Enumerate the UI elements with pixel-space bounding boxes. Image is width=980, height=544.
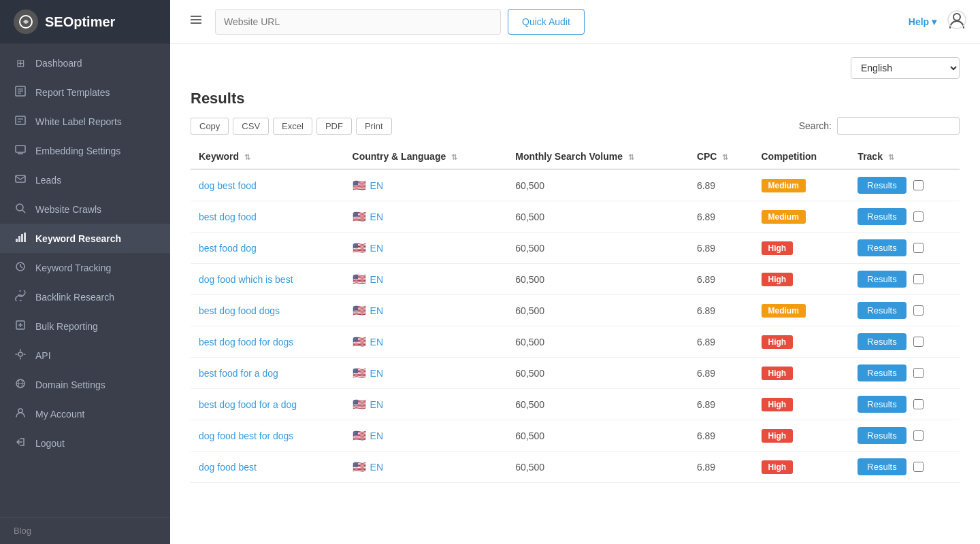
crawls-icon (14, 203, 27, 216)
results-button[interactable]: Results (858, 302, 906, 319)
col-competition[interactable]: Competition (753, 144, 850, 169)
results-button[interactable]: Results (858, 333, 906, 350)
cell-volume: 60,500 (507, 389, 689, 420)
cell-cpc: 6.89 (689, 452, 753, 483)
col-monthly-search-volume[interactable]: Monthly Search Volume ⇅ (507, 144, 689, 169)
search-input[interactable] (837, 117, 960, 135)
track-checkbox[interactable] (913, 211, 924, 222)
cell-keyword: dog food best (191, 452, 344, 483)
cell-volume: 60,500 (507, 452, 689, 483)
dashboard-icon: ⊞ (14, 57, 27, 69)
col-track[interactable]: Track ⇅ (849, 144, 960, 169)
sidebar-item-website-crawls[interactable]: Website Crawls (0, 194, 170, 224)
sidebar-item-leads[interactable]: Leads (0, 165, 170, 194)
svg-rect-14 (18, 236, 20, 242)
col-country-language[interactable]: Country & Language ⇅ (344, 144, 508, 169)
sidebar-item-label: Bulk Reporting (35, 321, 98, 332)
topbar-right: Help ▾ (909, 10, 966, 33)
sidebar-item-domain-settings[interactable]: Domain Settings (0, 370, 170, 399)
table-body: dog best food 🇺🇸 EN 60,500 6.89 Medium R… (191, 169, 960, 483)
table-row: dog food best 🇺🇸 EN 60,500 6.89 High Res… (191, 452, 960, 483)
track-checkbox[interactable] (913, 243, 924, 253)
api-icon (14, 349, 27, 362)
sidebar-item-dashboard[interactable]: ⊞ Dashboard (0, 49, 170, 78)
svg-point-31 (953, 14, 960, 20)
col-cpc[interactable]: CPC ⇅ (689, 144, 753, 169)
results-button[interactable]: Results (858, 364, 906, 381)
sidebar-item-my-account[interactable]: My Account (0, 399, 170, 428)
sort-track-icon: ⇅ (888, 153, 894, 162)
table-header: Keyword ⇅ Country & Language ⇅ Monthly S… (191, 144, 960, 169)
cell-track: Results (849, 420, 960, 452)
backlink-icon (14, 290, 27, 303)
cell-volume: 60,500 (507, 264, 689, 295)
svg-rect-8 (16, 146, 25, 152)
hamburger-button[interactable] (184, 10, 208, 33)
track-checkbox[interactable] (913, 399, 924, 409)
export-excel-button[interactable]: Excel (273, 118, 312, 135)
col-keyword[interactable]: Keyword ⇅ (191, 144, 344, 169)
export-print-button[interactable]: Print (356, 118, 392, 135)
sort-cpc-icon: ⇅ (722, 153, 728, 162)
results-button[interactable]: Results (858, 458, 906, 475)
sidebar-item-api[interactable]: API (0, 341, 170, 370)
table-row: best dog food for a dog 🇺🇸 EN 60,500 6.8… (191, 389, 960, 420)
sidebar-item-keyword-tracking[interactable]: Keyword Tracking (0, 253, 170, 282)
table-row: best food for a dog 🇺🇸 EN 60,500 6.89 Hi… (191, 358, 960, 389)
quick-audit-button[interactable]: Quick Audit (508, 9, 585, 35)
sort-volume-icon: ⇅ (628, 153, 634, 162)
cell-competition: High (753, 358, 850, 389)
track-checkbox[interactable] (913, 368, 924, 378)
sidebar-item-bulk-reporting[interactable]: Bulk Reporting (0, 311, 170, 341)
track-checkbox[interactable] (913, 430, 924, 441)
logout-icon (14, 437, 27, 449)
export-csv-button[interactable]: CSV (233, 118, 269, 135)
sidebar-item-embedding-settings[interactable]: Embedding Settings (0, 136, 170, 165)
cell-track: Results (849, 295, 960, 326)
results-button[interactable]: Results (858, 177, 906, 194)
cell-track: Results (849, 452, 960, 483)
sidebar-item-backlink-research[interactable]: Backlink Research (0, 282, 170, 311)
cell-keyword: dog food which is best (191, 264, 344, 295)
help-button[interactable]: Help ▾ (909, 16, 936, 27)
flag-icon: 🇺🇸 (353, 179, 366, 192)
results-button[interactable]: Results (858, 208, 906, 225)
cell-country-language: 🇺🇸 EN (344, 264, 508, 295)
table-row: best dog food 🇺🇸 EN 60,500 6.89 Medium R… (191, 201, 960, 233)
svg-rect-5 (16, 116, 25, 124)
sidebar-logo: SEOptimer (0, 0, 170, 44)
cell-keyword: best dog food for dogs (191, 326, 344, 358)
track-checkbox[interactable] (913, 180, 924, 190)
results-button[interactable]: Results (858, 427, 906, 444)
logo-icon (14, 10, 38, 34)
country-code: EN (370, 305, 383, 316)
competition-badge: High (762, 335, 794, 349)
country-code: EN (370, 274, 383, 285)
svg-rect-15 (21, 234, 23, 242)
competition-badge: Medium (762, 304, 806, 318)
export-pdf-button[interactable]: PDF (316, 118, 352, 135)
svg-point-27 (18, 409, 22, 413)
results-button[interactable]: Results (858, 271, 906, 288)
sidebar-item-report-templates[interactable]: Report Templates (0, 78, 170, 107)
sidebar-item-keyword-research[interactable]: Keyword Research (0, 224, 170, 253)
track-checkbox[interactable] (913, 274, 924, 284)
country-code: EN (370, 462, 383, 473)
results-button[interactable]: Results (858, 396, 906, 413)
export-copy-button[interactable]: Copy (191, 118, 229, 135)
track-checkbox[interactable] (913, 305, 924, 316)
track-checkbox[interactable] (913, 337, 924, 347)
cell-cpc: 6.89 (689, 326, 753, 358)
sidebar-item-logout[interactable]: Logout (0, 428, 170, 458)
track-checkbox[interactable] (913, 462, 924, 472)
cell-country-language: 🇺🇸 EN (344, 295, 508, 326)
language-select[interactable]: English Spanish French German Italian (851, 57, 960, 79)
country-code: EN (370, 368, 383, 379)
table-row: dog food which is best 🇺🇸 EN 60,500 6.89… (191, 264, 960, 295)
svg-rect-16 (24, 233, 26, 242)
url-input[interactable] (215, 9, 501, 35)
sidebar-item-white-label-reports[interactable]: White Label Reports (0, 107, 170, 136)
results-button[interactable]: Results (858, 239, 906, 256)
cell-country-language: 🇺🇸 EN (344, 452, 508, 483)
user-icon-button[interactable] (947, 10, 966, 33)
